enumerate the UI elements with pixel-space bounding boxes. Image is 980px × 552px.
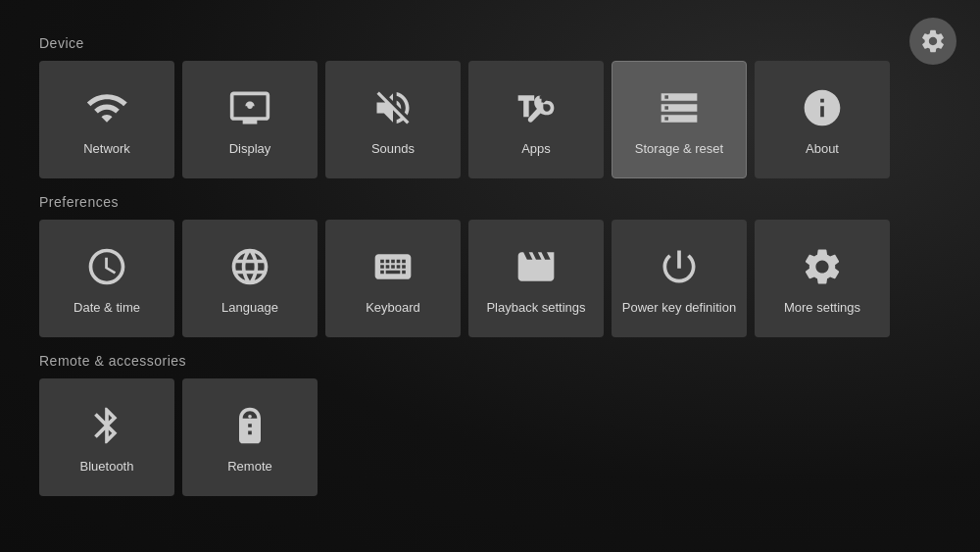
device-section-label: Device xyxy=(39,35,941,51)
tile-more-settings[interactable]: More settings xyxy=(755,220,890,337)
remote-grid-row: Bluetooth Remote xyxy=(39,378,941,496)
remote-icon xyxy=(226,402,273,449)
bluetooth-icon xyxy=(83,402,130,449)
tile-sounds[interactable]: Sounds xyxy=(325,61,461,178)
tile-datetime[interactable]: Date & time xyxy=(39,220,174,337)
preferences-section-label: Preferences xyxy=(39,194,941,210)
remote-section-label: Remote & accessories xyxy=(39,353,941,369)
storage-label: Storage & reset xyxy=(635,141,723,156)
tile-display[interactable]: Display xyxy=(182,61,318,178)
tile-bluetooth[interactable]: Bluetooth xyxy=(39,378,174,496)
clock-icon xyxy=(83,243,130,290)
playback-label: Playback settings xyxy=(486,300,585,315)
tile-apps[interactable]: Apps xyxy=(468,61,604,178)
more-settings-label: More settings xyxy=(784,300,860,315)
display-icon xyxy=(226,84,273,131)
tile-playback[interactable]: Playback settings xyxy=(468,220,604,337)
powerkey-label: Power key definition xyxy=(622,300,736,315)
keyboard-icon xyxy=(369,243,416,290)
gear-icon xyxy=(919,27,947,55)
info-icon xyxy=(799,84,846,131)
sounds-label: Sounds xyxy=(371,141,415,156)
wifi-icon xyxy=(83,84,130,131)
tile-about[interactable]: About xyxy=(755,61,890,178)
tile-network[interactable]: Network xyxy=(39,61,174,178)
about-label: About xyxy=(806,141,839,156)
device-grid-row: Network Display Sounds xyxy=(39,61,941,178)
tile-storage[interactable]: Storage & reset xyxy=(612,61,747,178)
storage-icon xyxy=(656,84,703,131)
svg-point-1 xyxy=(248,415,252,419)
network-label: Network xyxy=(83,141,130,156)
tile-remote[interactable]: Remote xyxy=(182,378,318,496)
tile-language[interactable]: Language xyxy=(182,220,318,337)
film-icon xyxy=(513,243,560,290)
apps-label: Apps xyxy=(521,141,551,156)
apps-icon xyxy=(513,84,560,131)
display-label: Display xyxy=(229,141,271,156)
gear-button[interactable] xyxy=(909,18,956,65)
more-settings-gear-icon xyxy=(799,243,846,290)
bluetooth-label: Bluetooth xyxy=(80,459,134,474)
preferences-grid-row: Date & time Language Keyboard xyxy=(39,220,941,337)
globe-icon xyxy=(226,243,273,290)
power-icon xyxy=(656,243,703,290)
tile-keyboard[interactable]: Keyboard xyxy=(325,220,461,337)
datetime-label: Date & time xyxy=(74,300,140,315)
remote-label: Remote xyxy=(227,459,272,474)
mute-icon xyxy=(369,84,416,131)
tile-powerkey[interactable]: Power key definition xyxy=(612,220,747,337)
language-label: Language xyxy=(221,300,278,315)
keyboard-label: Keyboard xyxy=(366,300,420,315)
